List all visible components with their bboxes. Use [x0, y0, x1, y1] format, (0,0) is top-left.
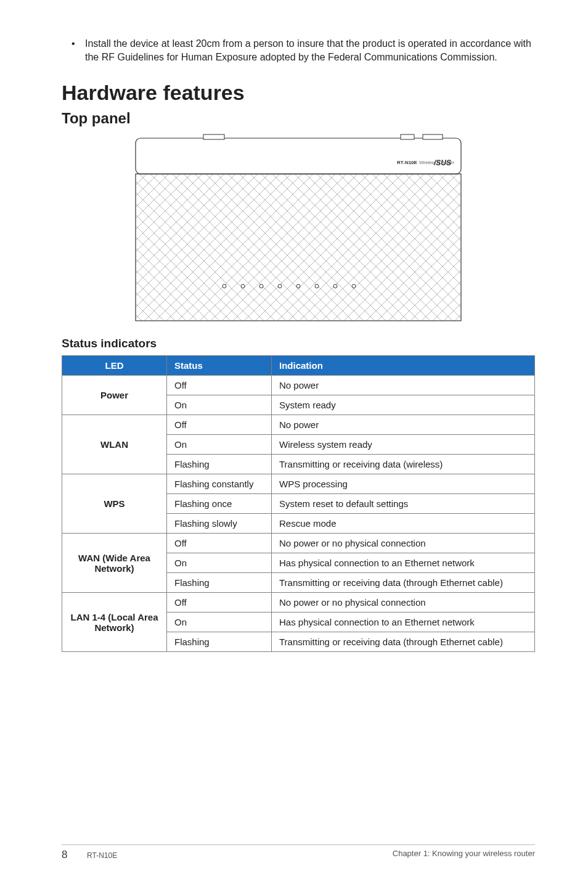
svg-point-14	[333, 284, 337, 288]
cell-status: On	[167, 395, 272, 415]
fcc-notice: • Install the device at least 20cm from …	[71, 37, 535, 64]
page-number: 8	[62, 849, 67, 860]
cell-status: Off	[167, 415, 272, 435]
section-heading-top-panel: Top panel	[62, 110, 535, 127]
th-status: Status	[167, 356, 272, 376]
cell-status: On	[167, 553, 272, 573]
svg-rect-7	[136, 174, 461, 321]
cell-status: Flashing once	[167, 494, 272, 514]
footer-chapter: Chapter 1: Knowing your wireless router	[393, 849, 535, 861]
cell-indication: System ready	[272, 395, 535, 415]
cell-indication: System reset to default settings	[272, 494, 535, 514]
table-row: Power Off No power	[62, 376, 535, 395]
svg-point-12	[296, 284, 300, 288]
page-heading-hardware-features: Hardware features	[62, 81, 535, 105]
svg-rect-3	[423, 134, 443, 139]
table-row: WAN (Wide Area Network) Off No power or …	[62, 534, 535, 553]
table-row: LAN 1-4 (Local Area Network) Off No powe…	[62, 593, 535, 613]
svg-point-11	[278, 284, 282, 288]
svg-point-10	[259, 284, 263, 288]
svg-text:RT-N10E: RT-N10E	[397, 160, 418, 165]
led-wps: WPS	[62, 474, 167, 534]
cell-indication: No power or no physical connection	[272, 593, 535, 613]
svg-point-8	[223, 284, 226, 288]
cell-indication: Rescue mode	[272, 514, 535, 534]
cell-indication: No power	[272, 415, 535, 435]
cell-indication: Transmitting or receiving data (through …	[272, 632, 535, 652]
th-led: LED	[62, 356, 167, 376]
cell-status: Off	[167, 376, 272, 395]
cell-indication: Wireless system ready	[272, 435, 535, 455]
cell-status: Flashing constantly	[167, 474, 272, 494]
led-lan: LAN 1-4 (Local Area Network)	[62, 593, 167, 652]
svg-rect-0	[136, 138, 461, 174]
cell-status: On	[167, 613, 272, 632]
cell-status: Off	[167, 593, 272, 613]
th-indication: Indication	[272, 356, 535, 376]
led-wan: WAN (Wide Area Network)	[62, 534, 167, 593]
cell-status: Flashing	[167, 573, 272, 593]
cell-status: Off	[167, 534, 272, 553]
footer-model: RT-N10E	[87, 851, 117, 860]
svg-rect-2	[401, 134, 414, 139]
cell-status: Flashing slowly	[167, 514, 272, 534]
led-power: Power	[62, 376, 167, 415]
cell-status: On	[167, 435, 272, 455]
status-indicators-table: LED Status Indication Power Off No power…	[62, 355, 535, 652]
cell-indication: Transmitting or receiving data (wireless…	[272, 455, 535, 474]
svg-point-13	[315, 284, 319, 288]
notice-text: Install the device at least 20cm from a …	[85, 37, 535, 64]
table-row: WPS Flashing constantly WPS processing	[62, 474, 535, 494]
cell-indication: No power	[272, 376, 535, 395]
cell-indication: Has physical connection to an Ethernet n…	[272, 553, 535, 573]
cell-status: Flashing	[167, 632, 272, 652]
cell-indication: Has physical connection to an Ethernet n…	[272, 613, 535, 632]
svg-point-9	[241, 284, 245, 288]
cell-indication: WPS processing	[272, 474, 535, 494]
svg-point-15	[352, 284, 356, 288]
router-top-panel-diagram: RT-N10E Wireless N Router /SUS	[132, 133, 465, 324]
cell-status: Flashing	[167, 455, 272, 474]
bullet: •	[71, 37, 75, 64]
cell-indication: Transmitting or receiving data (through …	[272, 573, 535, 593]
svg-rect-1	[203, 134, 224, 139]
table-row: WLAN Off No power	[62, 415, 535, 435]
section-heading-status-indicators: Status indicators	[62, 337, 535, 350]
svg-text:/SUS: /SUS	[433, 159, 451, 167]
led-wlan: WLAN	[62, 415, 167, 474]
page-footer: 8 RT-N10E Chapter 1: Knowing your wirele…	[62, 844, 535, 861]
cell-indication: No power or no physical connection	[272, 534, 535, 553]
